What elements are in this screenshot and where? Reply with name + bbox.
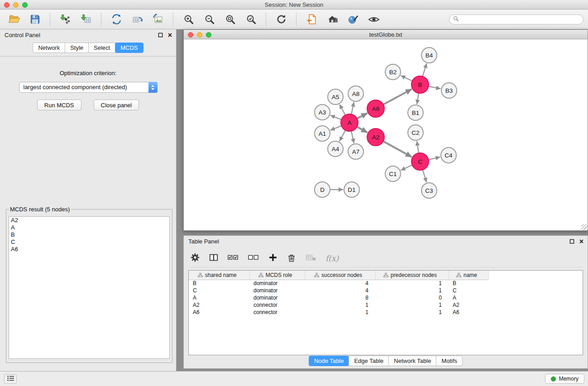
tab-mcds[interactable]: MCDS [115, 43, 143, 53]
network-edge-A-A4[interactable] [339, 131, 345, 142]
table-cell[interactable]: dominator [249, 294, 305, 301]
network-minimize-button[interactable] [197, 32, 202, 38]
tab-edge-table[interactable]: Edge Table [349, 356, 389, 366]
criterion-dropdown[interactable]: largest connected component (directed) [19, 82, 158, 93]
table-cell[interactable]: 0 [375, 294, 449, 301]
table-cell[interactable]: A [449, 294, 488, 301]
column-header-MCDS-role[interactable]: MCDS role [249, 271, 305, 280]
table-cell[interactable]: 8 [305, 294, 375, 301]
network-node-A4[interactable]: A4 [328, 141, 343, 157]
tab-style[interactable]: Style [65, 43, 89, 53]
table-cell[interactable]: A2 [449, 301, 488, 309]
result-item[interactable]: A6 [9, 246, 169, 253]
zoom-fit-button[interactable] [220, 11, 239, 28]
column-header-successor-nodes[interactable]: successor nodes [305, 271, 375, 280]
network-node-C2[interactable]: C2 [408, 125, 423, 140]
table-cell[interactable]: B [449, 280, 488, 287]
zoom-out-button[interactable] [200, 11, 219, 28]
cytoscape-home-button[interactable] [323, 11, 342, 28]
result-item[interactable]: C [9, 238, 169, 246]
table-row[interactable]: Adominator80A [189, 294, 488, 301]
network-close-button[interactable] [188, 32, 193, 38]
resize-grip[interactable] [581, 224, 587, 230]
tab-node-table[interactable]: Node Table [309, 356, 349, 366]
network-edge-B-B2[interactable] [401, 76, 412, 81]
network-edge-A-A3[interactable] [330, 115, 341, 119]
float-panel-icon[interactable] [158, 31, 163, 39]
zoom-window-button[interactable] [22, 2, 28, 8]
network-node-B4[interactable]: B4 [421, 48, 437, 63]
table-cell[interactable]: dominator [249, 280, 305, 287]
column-header-shared-name[interactable]: shared name [189, 271, 249, 280]
delete-table-button[interactable] [305, 253, 317, 264]
table-cell[interactable]: 1 [375, 280, 449, 287]
table-cell[interactable]: 1 [305, 309, 375, 316]
table-cell[interactable]: A6 [449, 309, 488, 316]
network-edge-B-B1[interactable] [417, 94, 419, 104]
import-table-from-file-button[interactable] [76, 11, 96, 28]
network-edge-A6-B[interactable] [384, 89, 412, 104]
table-cell[interactable]: B [189, 280, 249, 287]
search-input[interactable] [461, 16, 579, 23]
tab-network-table[interactable]: Network Table [388, 356, 436, 366]
table-cell[interactable]: A [189, 294, 249, 301]
table-cell[interactable]: 1 [305, 301, 375, 309]
network-graph[interactable]: B4B2BB3A5A8A6B1A3AC2A1A2A4A7CC4C1C3DD1 [184, 39, 588, 230]
apply-layout-button[interactable] [272, 11, 291, 28]
show-columns-button[interactable] [209, 253, 219, 264]
close-window-button[interactable] [4, 2, 10, 8]
network-node-A7[interactable]: A7 [348, 144, 363, 159]
run-mcds-button[interactable]: Run MCDS [37, 100, 81, 110]
network-zoom-button[interactable] [206, 32, 211, 38]
network-edge-A-A8[interactable] [351, 102, 354, 114]
import-network-from-file-button[interactable] [56, 11, 75, 28]
zoom-in-button[interactable] [179, 11, 198, 28]
export-table-button[interactable] [128, 11, 147, 28]
search-box[interactable] [449, 14, 583, 24]
network-node-C4[interactable]: C4 [441, 148, 456, 163]
network-node-D[interactable]: D [315, 182, 330, 197]
tab-motifs[interactable]: Motifs [436, 356, 463, 366]
network-node-B2[interactable]: B2 [385, 64, 401, 80]
network-edge-C-C1[interactable] [401, 165, 411, 170]
table-row[interactable]: Bdominator41B [189, 280, 488, 287]
table-row[interactable]: A2connector11A2 [189, 301, 488, 309]
table-row[interactable]: Cdominator41C [189, 287, 488, 294]
zoom-selected-button[interactable] [241, 11, 260, 28]
network-edge-C-C2[interactable] [417, 141, 419, 152]
network-node-C3[interactable]: C3 [421, 183, 437, 198]
table-cell[interactable]: 4 [305, 280, 375, 287]
network-edge-A-A5[interactable] [339, 105, 345, 115]
delete-columns-button[interactable] [287, 253, 296, 264]
network-edge-C-C3[interactable] [423, 170, 426, 182]
network-edge-A-A6[interactable] [358, 113, 368, 119]
network-edge-A-A7[interactable] [351, 132, 354, 143]
toggle-graphics-details-button[interactable] [344, 11, 363, 28]
table-cell[interactable]: 1 [375, 301, 449, 309]
table-cell[interactable]: dominator [249, 287, 305, 294]
export-network-button[interactable] [107, 11, 126, 28]
float-table-panel-icon[interactable] [569, 238, 574, 246]
network-node-A1[interactable]: A1 [315, 126, 330, 141]
network-node-B1[interactable]: B1 [408, 105, 423, 120]
network-node-B3[interactable]: B3 [441, 83, 457, 98]
network-node-A8[interactable]: A8 [348, 86, 363, 101]
minimize-window-button[interactable] [13, 2, 19, 8]
open-session-button[interactable] [5, 11, 24, 28]
result-item[interactable]: A [9, 224, 169, 231]
select-all-rows-button[interactable] [227, 253, 239, 264]
tab-network[interactable]: Network [33, 43, 65, 53]
network-node-A[interactable]: A [341, 114, 358, 131]
close-panel-button[interactable]: Close panel [94, 100, 139, 110]
network-edge-B-B4[interactable] [423, 63, 427, 76]
result-item[interactable]: B [9, 231, 169, 238]
network-node-A2[interactable]: A2 [367, 129, 384, 146]
deselect-all-rows-button[interactable] [248, 253, 259, 264]
table-cell[interactable]: 1 [375, 309, 449, 316]
table-row[interactable]: A6connector11A6 [189, 309, 488, 316]
memory-button[interactable]: Memory [545, 374, 584, 384]
network-edge-A2-C[interactable] [384, 142, 412, 157]
network-node-B[interactable]: B [411, 76, 429, 93]
network-node-C1[interactable]: C1 [385, 166, 401, 181]
column-header-predecessor-nodes[interactable]: predecessor nodes [375, 271, 449, 280]
